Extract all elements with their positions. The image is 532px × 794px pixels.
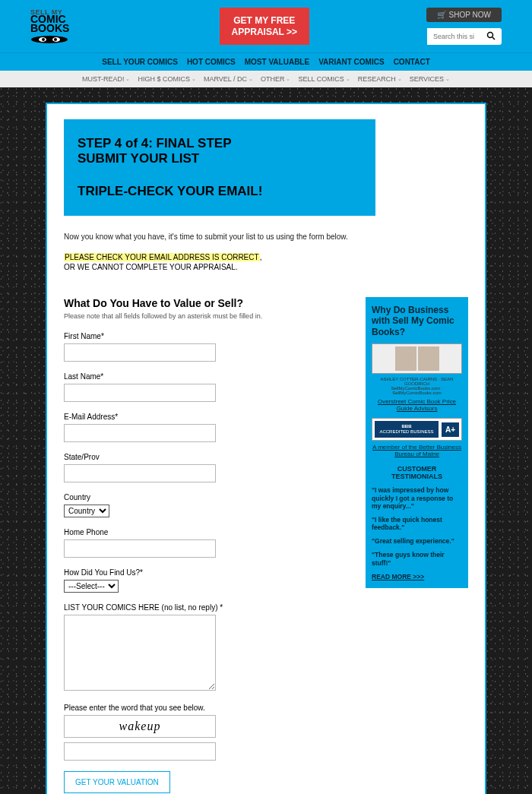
page-background: STEP 4 of 4: FINAL STEP SUBMIT YOUR LIST…: [0, 87, 532, 794]
site-logo[interactable]: SELL MY COMIC BOOKS: [30, 10, 103, 43]
svg-point-3: [42, 38, 45, 41]
captcha-label: Please enter the word that you see below…: [64, 704, 349, 712]
bbb-caption-link[interactable]: A member of the Better Business Bureau o…: [372, 444, 462, 457]
valuation-form: What Do You Have to Value or Sell? Pleas…: [64, 297, 349, 793]
warning-line2: OR WE CANNOT COMPLETE YOUR APPRAISAL.: [64, 263, 468, 271]
form-note: Please note that all fields followed by …: [64, 312, 349, 320]
shop-now-button[interactable]: 🛒 SHOP NOW: [426, 8, 502, 22]
chevron-down-icon: ⌄: [286, 76, 290, 82]
chevron-down-icon: ⌄: [397, 76, 402, 82]
warning-line1: PLEASE CHECK YOUR EMAIL ADDRESS IS CORRE…: [64, 253, 468, 261]
svg-point-0: [31, 36, 68, 43]
last-name-input[interactable]: [64, 384, 216, 402]
nav-contact[interactable]: CONTACT: [394, 58, 430, 66]
bbb-grade: A+: [442, 422, 459, 437]
country-label: Country: [64, 493, 349, 501]
first-name-input[interactable]: [64, 343, 216, 362]
comics-list-textarea[interactable]: [64, 615, 216, 691]
submit-button[interactable]: GET YOUR VALUATION: [64, 771, 170, 793]
testimonial: "I like the quick honest feedback.": [372, 516, 462, 531]
search-input[interactable]: [427, 28, 480, 45]
subnav-marvel-dc[interactable]: MARVEL / DC⌄: [204, 75, 253, 83]
last-name-label: Last Name*: [64, 372, 349, 381]
subnav-other[interactable]: OTHER⌄: [261, 75, 291, 83]
svg-line-6: [492, 37, 495, 40]
advisors-photo: [372, 343, 462, 374]
how-found-label: How Did You Find Us?*: [64, 568, 349, 577]
search-icon[interactable]: [480, 31, 502, 43]
mask-icon: [30, 35, 68, 43]
comics-list-label: LIST YOUR COMICS HERE (no list, no reply…: [64, 603, 349, 612]
subnav-must-read-[interactable]: MUST-READ!⌄: [82, 75, 131, 83]
state-label: State/Prov: [64, 453, 349, 461]
hero-subtitle: TRIPLE-CHECK YOUR EMAIL!: [78, 184, 362, 199]
email-input[interactable]: [64, 424, 216, 442]
main-content: STEP 4 of 4: FINAL STEP SUBMIT YOUR LIST…: [46, 103, 486, 794]
testimonial: "I was impressed by how quickly I got a …: [372, 486, 462, 510]
svg-point-4: [54, 38, 57, 41]
intro-text: Now you know what you have, it's time to…: [64, 233, 468, 241]
captcha-input[interactable]: [64, 742, 216, 761]
bbb-badge[interactable]: BBBACCREDITED BUSINESS A+: [372, 418, 462, 441]
advisor-caption-link[interactable]: Overstreet Comic Book Price Guide Adviso…: [372, 398, 462, 412]
email-label: E-Mail Address*: [64, 413, 349, 421]
state-input[interactable]: [64, 464, 216, 482]
nav-variant-comics[interactable]: VARIANT COMICS: [318, 58, 384, 66]
logo-line3: BOOKS: [30, 24, 103, 33]
advisor-names: ASHLEY COTTER-CAIRNS · SEAN GOODRICHSell…: [372, 377, 462, 395]
chevron-down-icon: ⌄: [249, 76, 253, 82]
top-header: SELL MY COMIC BOOKS GET MY FREE APPRAISA…: [0, 0, 532, 52]
why-sidebar: Why Do Business with Sell My Comic Books…: [366, 297, 468, 588]
chevron-down-icon: ⌄: [445, 76, 450, 82]
nav-most-valuable[interactable]: MOST VALUABLE: [245, 58, 309, 66]
country-select[interactable]: Country: [64, 505, 109, 517]
hero-panel: STEP 4 of 4: FINAL STEP SUBMIT YOUR LIST…: [64, 119, 375, 216]
first-name-label: First Name*: [64, 332, 349, 340]
subnav-research[interactable]: RESEARCH⌄: [358, 75, 402, 83]
read-more-link[interactable]: READ MORE >>>: [372, 573, 462, 580]
subnav-sell-comics[interactable]: SELL COMICS⌄: [298, 75, 350, 83]
site-search: [427, 28, 502, 45]
free-appraisal-button[interactable]: GET MY FREE APPRAISAL >>: [220, 8, 309, 45]
phone-input[interactable]: [64, 539, 216, 558]
hero-title: STEP 4 of 4: FINAL STEP SUBMIT YOUR LIST: [78, 136, 362, 167]
chevron-down-icon: ⌄: [192, 76, 196, 82]
subnav-high-comics[interactable]: HIGH $ COMICS⌄: [138, 75, 196, 83]
sidebar-heading: Why Do Business with Sell My Comic Books…: [372, 305, 462, 337]
testimonials-heading: CUSTOMER TESTIMONIALS: [372, 465, 462, 480]
primary-nav: SELL YOUR COMICSHOT COMICSMOST VALUABLEV…: [0, 52, 532, 71]
phone-label: Home Phone: [64, 528, 349, 536]
testimonial: "These guys know their stuff!": [372, 551, 462, 566]
nav-sell-your-comics[interactable]: SELL YOUR COMICS: [102, 58, 178, 66]
secondary-nav: MUST-READ!⌄HIGH $ COMICS⌄MARVEL / DC⌄OTH…: [0, 71, 532, 87]
chevron-down-icon: ⌄: [125, 76, 130, 82]
testimonial: "Great selling experience.": [372, 537, 462, 545]
captcha-image: wakeup: [64, 715, 216, 738]
how-found-select[interactable]: ---Select---: [64, 580, 119, 593]
nav-hot-comics[interactable]: HOT COMICS: [187, 58, 236, 66]
subnav-services[interactable]: SERVICES⌄: [410, 75, 450, 83]
chevron-down-icon: ⌄: [346, 76, 350, 82]
form-heading: What Do You Have to Value or Sell?: [64, 297, 349, 309]
svg-point-5: [488, 32, 493, 37]
cart-icon: 🛒: [437, 11, 446, 19]
